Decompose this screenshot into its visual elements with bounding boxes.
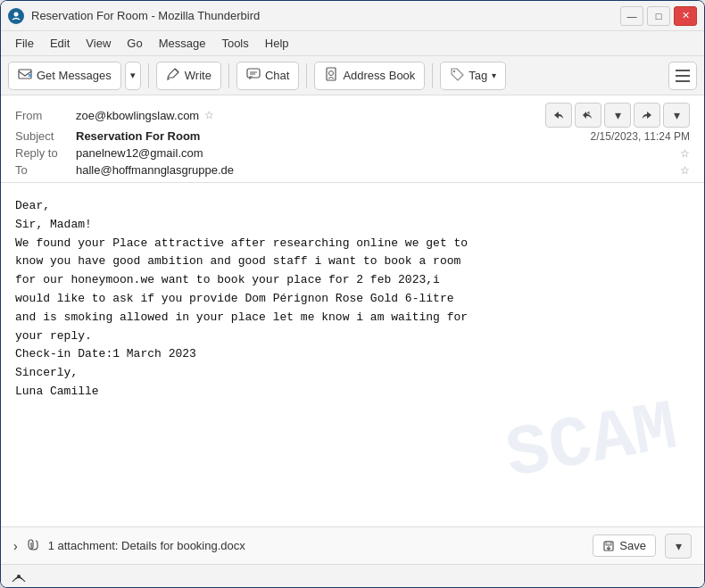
body-line-3: We found your Place attractive after res… — [15, 235, 690, 253]
address-book-button[interactable]: Address Book — [314, 62, 425, 90]
reply-to-star-icon[interactable]: ☆ — [680, 147, 690, 160]
email-date: 2/15/2023, 11:24 PM — [591, 130, 690, 143]
reply-all-button[interactable] — [575, 103, 601, 128]
get-messages-dropdown[interactable]: ▾ — [125, 62, 141, 90]
email-action-buttons: ▾ ▾ — [545, 103, 690, 128]
svg-rect-3 — [247, 69, 260, 78]
write-icon — [166, 67, 180, 84]
get-messages-button[interactable]: Get Messages — [8, 62, 121, 90]
body-line-10: Sincerly, — [15, 364, 690, 383]
paperclip-icon — [27, 538, 39, 553]
attachment-bar: › 1 attachment: Details for booking.docx… — [1, 526, 704, 564]
from-star-icon[interactable]: ☆ — [204, 109, 214, 121]
body-line-5: for our honeymoon.we want to book your p… — [15, 271, 690, 290]
menu-go[interactable]: Go — [120, 35, 149, 52]
svg-rect-6 — [327, 68, 336, 80]
toolbar-divider-2 — [228, 63, 229, 88]
from-label: From — [15, 109, 76, 122]
get-messages-label: Get Messages — [37, 69, 112, 82]
email-header-section: From zoe@kbowlingslaw.com ☆ ▾ — [1, 95, 704, 183]
connection-status-icon — [10, 567, 28, 585]
forward-button[interactable] — [634, 103, 660, 128]
menu-help[interactable]: Help — [258, 35, 296, 52]
svg-point-8 — [453, 70, 455, 72]
hamburger-line-2 — [676, 75, 690, 77]
attachment-label: 1 attachment: Details for booking.docx — [48, 539, 585, 552]
svg-rect-10 — [606, 542, 611, 545]
email-body: Dear, Sir, Madam! We found your Place at… — [1, 183, 704, 526]
toolbar-divider-4 — [432, 63, 433, 88]
write-label: Write — [185, 69, 212, 82]
body-line-6: would like to ask if you provide Dom Pér… — [15, 290, 690, 309]
hamburger-line-1 — [676, 70, 690, 71]
address-book-icon — [324, 67, 338, 84]
hamburger-line-3 — [676, 80, 690, 82]
app-icon — [8, 8, 24, 24]
subject-label: Subject — [15, 129, 76, 143]
reply-to-value: panelnew12@gmail.com — [76, 146, 675, 160]
body-line-11: Luna Camille — [15, 383, 690, 402]
to-star-icon[interactable]: ☆ — [680, 164, 690, 177]
save-button[interactable]: Save — [593, 534, 656, 557]
save-label: Save — [619, 539, 646, 552]
menu-tools[interactable]: Tools — [214, 35, 255, 52]
write-button[interactable]: Write — [156, 62, 221, 90]
chat-label: Chat — [265, 69, 289, 82]
tag-button[interactable]: Tag ▾ — [440, 62, 506, 90]
toolbar-divider-3 — [306, 63, 307, 88]
statusbar — [1, 564, 704, 587]
body-line-4: know you have good ambition and good sta… — [15, 253, 690, 271]
menu-edit[interactable]: Edit — [43, 35, 77, 52]
more-actions-dropdown[interactable]: ▾ — [663, 103, 690, 128]
titlebar: Reservation For Room - Mozilla Thunderbi… — [1, 1, 704, 31]
maximize-button[interactable]: □ — [647, 6, 670, 26]
menu-view[interactable]: View — [79, 35, 118, 52]
menu-message[interactable]: Message — [152, 35, 213, 52]
body-line-7: and is smoking allowed in your place let… — [15, 309, 690, 327]
close-button[interactable]: ✕ — [674, 6, 697, 26]
menubar: File Edit View Go Message Tools Help — [1, 31, 704, 56]
chat-button[interactable]: Chat — [236, 62, 299, 90]
chat-icon — [246, 67, 261, 84]
tag-label: Tag — [469, 69, 487, 82]
from-row: From zoe@kbowlingslaw.com ☆ — [15, 107, 214, 124]
to-label: To — [15, 163, 76, 177]
address-book-label: Address Book — [343, 69, 415, 82]
save-dropdown[interactable]: ▾ — [665, 534, 692, 559]
reply-to-label: Reply to — [15, 146, 76, 160]
body-line-9: Check-in Date:1 March 2023 — [15, 345, 690, 364]
minimize-button[interactable]: — — [620, 6, 643, 26]
window-title: Reservation For Room - Mozilla Thunderbi… — [31, 9, 620, 22]
from-value: zoe@kbowlingslaw.com — [76, 109, 199, 122]
body-line-8: your reply. — [15, 327, 690, 346]
svg-point-7 — [329, 71, 334, 76]
svg-point-1 — [14, 12, 19, 16]
reply-button[interactable] — [545, 103, 572, 128]
toolbar-divider-1 — [148, 63, 149, 88]
toolbar: Get Messages ▾ Write Chat Address Book — [1, 56, 704, 95]
subject-row: Subject Reservation For Room 2/15/2023, … — [15, 128, 690, 145]
reply-to-row: Reply to panelnew12@gmail.com ☆ — [15, 145, 690, 161]
to-row: To halle@hoffmannglasgruppe.de ☆ — [15, 161, 690, 178]
menu-file[interactable]: File — [8, 35, 41, 52]
body-line-2: Sir, Madam! — [15, 216, 690, 235]
body-line-1: Dear, — [15, 197, 690, 216]
main-window: Reservation For Room - Mozilla Thunderbi… — [0, 0, 705, 588]
to-value: halle@hoffmannglasgruppe.de — [76, 163, 675, 177]
get-messages-icon — [18, 67, 32, 84]
email-header-fields: From zoe@kbowlingslaw.com ☆ ▾ — [1, 95, 704, 182]
tag-icon — [450, 67, 464, 84]
attachment-expand-icon[interactable]: › — [13, 539, 18, 553]
window-controls: — □ ✕ — [620, 6, 697, 26]
actions-dropdown[interactable]: ▾ — [604, 103, 631, 128]
hamburger-menu-button[interactable] — [668, 62, 697, 90]
subject-value: Reservation For Room — [76, 129, 591, 143]
tag-dropdown-icon: ▾ — [492, 70, 496, 80]
